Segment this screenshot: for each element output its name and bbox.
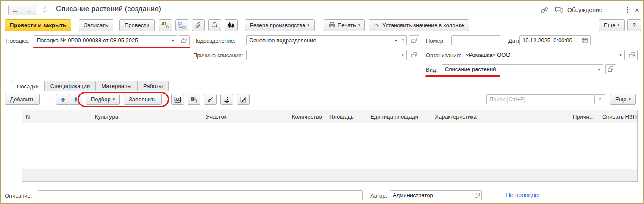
add-row-button[interactable]: Добавить [5,94,40,105]
page-title: Списание растений (создание) [56,5,161,13]
edit-row-button[interactable] [237,94,250,105]
planting-field[interactable]: Посадка № 0Р00-000088 от 08.05.2025 ▾ [34,35,177,45]
back-button[interactable]: ← [8,5,22,15]
calendar-icon [581,37,588,44]
department-field[interactable]: Основное подразделение ▾ × [246,35,407,45]
department-open-button[interactable] [409,35,419,45]
status-not-posted[interactable]: Не проведен [506,191,541,198]
more-menu-button[interactable] [622,5,633,15]
more-label: Еще [604,22,615,28]
department-label: Подразделение: [193,38,235,44]
organization-value: «Ромашка» ООО [463,52,617,58]
production-reserve-button[interactable]: Резерв производства ▾ [245,19,315,31]
post-button[interactable]: Провести [119,19,155,31]
column-header-n[interactable]: N [22,110,91,123]
calculate-button[interactable] [171,94,184,105]
barcode-search-button[interactable] [188,94,200,105]
barcode-magnifier-icon [191,96,197,103]
post-and-close-button[interactable]: Провести и закрыть [5,19,71,31]
printer-icon [328,22,335,29]
chevron-down-icon[interactable]: ▾ [595,67,603,72]
number-input[interactable] [451,35,500,45]
chevron-down-icon[interactable]: ▾ [617,53,624,57]
table-header-row: N Культура Участок Количество Площадь Ед… [22,110,637,123]
favorite-star-icon[interactable]: ☆ [41,5,49,14]
discussion-button[interactable] [554,6,564,15]
column-header-plot[interactable]: Участок [202,110,288,123]
number-label: Номер: [426,38,445,44]
author-field[interactable]: Администратор [390,190,482,200]
tab-plantings[interactable]: Посадки [11,81,45,91]
weigh-button[interactable] [220,94,233,105]
date-value: 10.12.2025 0:00:00 [520,37,579,44]
reason-label: Причина списания: [193,52,243,59]
chevron-down-icon: ▾ [617,23,619,27]
annotation-underline-planting [33,47,190,48]
organization-label: Организация: [426,52,461,59]
toolbar-more-button[interactable]: Еще ▾ [599,19,625,31]
table-footer-row [22,169,637,181]
open-window-icon [411,52,417,58]
related-documents-button[interactable] [175,19,188,31]
author-open-button[interactable] [472,191,481,200]
arrow-up-icon [60,97,66,103]
organization-open-button[interactable] [627,50,638,60]
planting-open-button[interactable] [179,35,190,45]
column-header-culture[interactable]: Культура [91,110,202,123]
tab-specifications[interactable]: Спецификации [44,81,96,91]
plantings-view-button[interactable] [225,19,238,31]
date-field[interactable]: 10.12.2025 0:00:00 [519,35,579,45]
table-active-empty-row[interactable] [23,124,636,135]
discussion-bubble-icon [555,6,563,14]
kind-open-button[interactable] [605,64,616,74]
attachments-button[interactable] [192,19,205,31]
structure-icon [178,22,186,29]
nav-history-group: ← → [8,5,36,15]
column-header-area[interactable]: Площадь [325,110,366,123]
search-clear-button[interactable]: × [594,94,605,104]
dtkt-postings-button[interactable]: ДтКт [159,19,172,31]
chevron-down-icon[interactable]: ▾ [392,38,400,43]
reason-open-button[interactable] [409,50,419,60]
grid-more-button[interactable]: Еще ▾ [610,94,636,105]
tab-works[interactable]: Работы [137,81,169,91]
organization-field[interactable]: «Ромашка» ООО ▾ [463,50,625,60]
reason-field[interactable]: ▾ [246,50,407,60]
tab-materials[interactable]: Материалы [95,81,138,91]
table-footer-cell [325,169,366,181]
chevron-down-icon[interactable]: ▾ [169,38,177,43]
column-header-writeoff-wip[interactable]: Списать НЗП [598,110,637,123]
chevron-down-icon: ▾ [628,97,631,101]
search-input[interactable] [486,94,595,104]
description-label: Описание: [5,192,32,199]
planting-value: Посадка № 0Р00-000088 от 08.05.2025 [34,37,169,44]
chevron-down-icon: ▾ [307,23,309,27]
column-header-reason[interactable]: Причи… [569,110,598,123]
forward-button[interactable]: → [22,5,36,15]
kind-field[interactable]: Списание растений ▾ [442,64,603,74]
help-button[interactable]: ? [627,19,641,31]
annotation-circle-pick-fill [78,92,169,107]
write-button[interactable]: Записать [79,19,113,31]
chevron-down-icon[interactable]: ▾ [399,53,406,57]
column-header-quantity[interactable]: Количество [288,110,325,123]
date-calendar-button[interactable] [579,35,591,45]
grid-more-label: Еще [615,96,626,103]
bell-icon [211,22,218,29]
paperclip-icon [195,22,202,29]
move-up-button[interactable] [56,94,69,105]
table-footer-cell [431,169,569,181]
author-value: Администратор [390,192,472,198]
print-button[interactable]: Печать ▾ [324,19,365,31]
column-header-characteristic[interactable]: Характеристика [431,110,569,123]
fit-rows-button[interactable] [204,94,217,105]
set-value-in-column-button[interactable]: Установить значение в колонке [369,19,469,31]
description-input[interactable] [38,190,363,200]
reminder-button[interactable] [208,19,221,31]
copy-link-button[interactable] [539,6,550,15]
column-header-area-unit[interactable]: Единица площади [366,110,431,123]
close-button[interactable]: × [632,5,642,15]
print-label: Печать [338,22,356,28]
table-footer-cell [202,169,288,181]
clear-field-icon[interactable]: × [400,38,406,44]
